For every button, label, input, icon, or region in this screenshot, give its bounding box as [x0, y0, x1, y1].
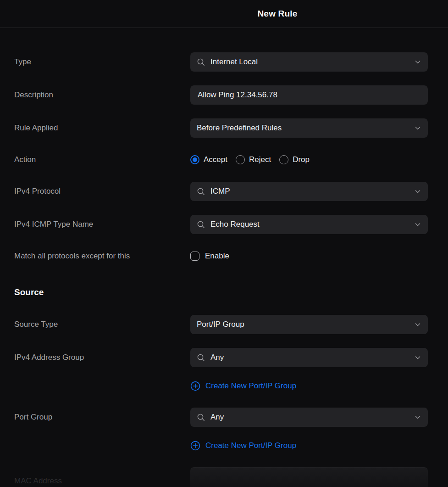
plus-circle-icon	[190, 381, 200, 391]
form-row-type: Type Internet Local	[14, 52, 428, 72]
source-type-select[interactable]: Port/IP Group	[190, 315, 428, 334]
ipv4-protocol-select[interactable]: ICMP	[190, 182, 428, 201]
plus-circle-icon	[190, 441, 200, 451]
description-label: Description	[14, 90, 190, 100]
form-content: Type Internet Local Description Rule App…	[0, 28, 448, 487]
chevron-down-icon	[414, 58, 421, 66]
chevron-down-icon	[414, 321, 421, 328]
form-row-icmp-type-name: IPv4 ICMP Type Name Echo Request	[14, 215, 428, 234]
match-all-checkbox-label: Enable	[205, 252, 229, 261]
port-group-label: Port Group	[14, 412, 190, 422]
mac-address-input[interactable]	[190, 467, 428, 487]
radio-reject[interactable]: Reject	[236, 155, 271, 164]
radio-accept[interactable]: Accept	[190, 155, 227, 164]
create-link-label: Create New Port/IP Group	[205, 381, 296, 391]
rule-applied-label: Rule Applied	[14, 123, 190, 133]
address-group-value: Any	[210, 353, 224, 362]
action-label: Action	[14, 155, 190, 164]
chevron-down-icon	[414, 414, 421, 421]
type-label: Type	[14, 57, 190, 67]
match-all-enable-checkbox[interactable]: Enable	[190, 252, 428, 261]
icmp-type-name-label: IPv4 ICMP Type Name	[14, 219, 190, 229]
search-icon	[197, 187, 205, 196]
port-group-select[interactable]: Any	[190, 408, 428, 427]
create-port-ip-group-link[interactable]: Create New Port/IP Group	[190, 381, 296, 391]
form-row-source-type: Source Type Port/IP Group	[14, 315, 428, 334]
form-row-description: Description	[14, 85, 428, 105]
rule-applied-select[interactable]: Before Predefined Rules	[190, 118, 428, 138]
source-section-heading: Source	[14, 287, 428, 297]
mac-address-label: MAC Address	[14, 476, 190, 486]
form-row-action: Action Accept Reject Drop	[14, 151, 428, 168]
checkbox-unchecked-icon	[190, 252, 199, 261]
radio-unselected-icon	[236, 155, 245, 164]
address-group-select[interactable]: Any	[190, 348, 428, 367]
form-row-ipv4-protocol: IPv4 Protocol ICMP	[14, 182, 428, 201]
radio-unselected-icon	[279, 155, 288, 164]
modal-header: New Rule	[0, 0, 448, 28]
search-icon	[197, 353, 205, 362]
type-select[interactable]: Internet Local	[190, 52, 428, 72]
search-icon	[197, 413, 205, 422]
port-group-value: Any	[210, 413, 224, 422]
chevron-down-icon	[414, 354, 421, 361]
icmp-type-name-select[interactable]: Echo Request	[190, 215, 428, 234]
chevron-down-icon	[414, 124, 421, 132]
chevron-down-icon	[414, 221, 421, 228]
form-row-mac-address: MAC Address	[14, 467, 428, 487]
action-radio-group: Accept Reject Drop	[190, 155, 428, 164]
form-row-rule-applied: Rule Applied Before Predefined Rules	[14, 118, 428, 138]
radio-drop-label: Drop	[293, 155, 310, 164]
type-value: Internet Local	[210, 57, 258, 67]
icmp-type-name-value: Echo Request	[210, 220, 260, 229]
ipv4-protocol-label: IPv4 Protocol	[14, 186, 190, 196]
page-title: New Rule	[257, 9, 297, 19]
match-all-label: Match all protocols except for this	[14, 251, 190, 261]
radio-accept-label: Accept	[204, 155, 227, 164]
rule-applied-value: Before Predefined Rules	[197, 123, 282, 133]
form-row-port-group: Port Group Any	[14, 408, 428, 427]
search-icon	[197, 220, 205, 229]
create-link-label: Create New Port/IP Group	[205, 441, 296, 450]
ipv4-protocol-value: ICMP	[210, 187, 230, 196]
form-row-create-link-1: Create New Port/IP Group	[14, 381, 428, 393]
form-row-match-all: Match all protocols except for this Enab…	[14, 248, 428, 264]
address-group-label: IPv4 Address Group	[14, 353, 190, 362]
radio-selected-icon	[190, 155, 199, 164]
form-row-create-link-2: Create New Port/IP Group	[14, 441, 428, 453]
description-input[interactable]	[190, 85, 428, 105]
chevron-down-icon	[414, 188, 421, 195]
create-port-ip-group-link[interactable]: Create New Port/IP Group	[190, 441, 296, 451]
radio-drop[interactable]: Drop	[279, 155, 310, 164]
form-row-address-group: IPv4 Address Group Any	[14, 348, 428, 367]
source-type-label: Source Type	[14, 319, 190, 329]
radio-reject-label: Reject	[249, 155, 271, 164]
search-icon	[197, 58, 205, 67]
source-type-value: Port/IP Group	[197, 320, 244, 329]
